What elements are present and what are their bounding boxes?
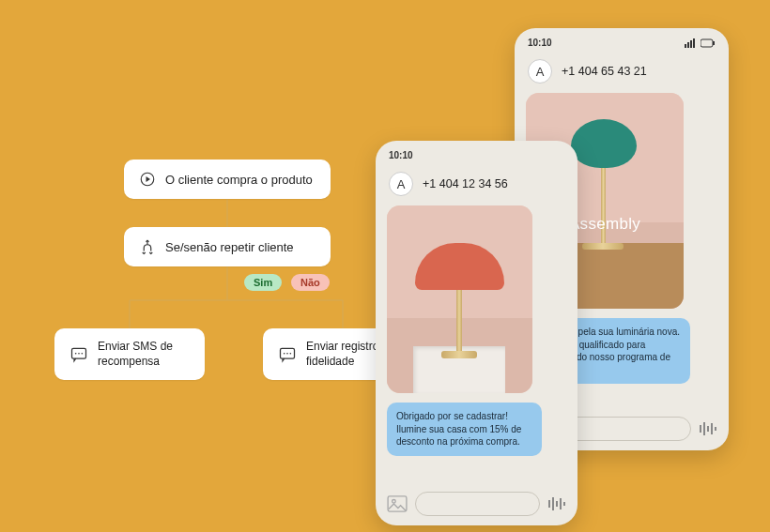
- status-time: 10:10: [528, 38, 552, 48]
- phone-mockup-reward: 10:10 A +1 404 12 34 56 Obrigado por se …: [376, 141, 578, 525]
- voice-wave-icon[interactable]: [699, 421, 717, 436]
- contact-number: +1 404 65 43 21: [562, 65, 647, 78]
- branch-tag-no: Não: [291, 274, 330, 291]
- chat-icon: [69, 345, 88, 364]
- svg-point-13: [290, 353, 292, 355]
- contact-row[interactable]: A +1 404 12 34 56: [376, 166, 578, 205]
- sms-bubble: Obrigado por se cadastrar! Ilumine sua c…: [387, 403, 542, 456]
- message-input-bar: [376, 482, 578, 525]
- svg-point-7: [75, 353, 77, 355]
- battery-icon: [701, 38, 716, 48]
- chat-icon: [278, 345, 297, 364]
- lamp-illustration-red: [387, 205, 532, 393]
- status-time: 10:10: [389, 150, 413, 160]
- svg-point-28: [393, 500, 396, 504]
- status-bar: 10:10: [376, 141, 578, 166]
- svg-rect-15: [687, 42, 689, 48]
- signal-icon: [685, 38, 698, 48]
- avatar: A: [528, 59, 552, 84]
- svg-rect-18: [701, 39, 713, 47]
- avatar: A: [389, 172, 413, 196]
- svg-point-9: [82, 353, 84, 355]
- contact-number: +1 404 12 34 56: [423, 177, 508, 190]
- condition-label: Se/senão repetir cliente: [165, 240, 294, 254]
- image-icon[interactable]: [387, 495, 408, 512]
- branch-icon: [139, 238, 156, 255]
- marketing-canvas: O cliente compra o produto Se/senão repe…: [0, 0, 770, 532]
- flow-node-trigger[interactable]: O cliente compra o produto: [124, 160, 331, 199]
- trigger-label: O cliente compra o produto: [165, 173, 313, 187]
- svg-point-12: [286, 353, 288, 355]
- status-bar: 10:10: [515, 28, 729, 53]
- play-circle-icon: [139, 171, 156, 188]
- flow-node-condition[interactable]: Se/senão repetir cliente: [124, 227, 331, 266]
- flow-node-send-sms[interactable]: Enviar SMS de recompensa: [54, 328, 205, 380]
- contact-row[interactable]: A +1 404 65 43 21: [515, 53, 729, 93]
- svg-rect-17: [693, 38, 695, 48]
- svg-rect-14: [685, 44, 686, 48]
- svg-rect-19: [713, 41, 715, 45]
- svg-rect-16: [690, 40, 692, 48]
- send-sms-label: Enviar SMS de recompensa: [98, 340, 190, 369]
- svg-point-8: [78, 353, 80, 355]
- message-input[interactable]: [415, 492, 540, 516]
- svg-point-11: [284, 353, 285, 355]
- branch-tag-yes: Sim: [244, 274, 282, 291]
- voice-wave-icon[interactable]: [547, 496, 566, 511]
- mms-image[interactable]: [387, 205, 532, 393]
